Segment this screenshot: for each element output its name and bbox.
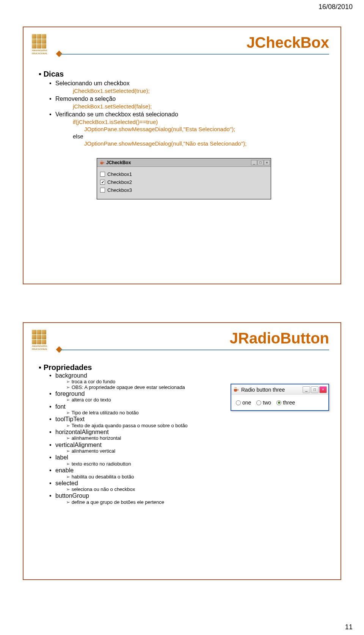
window-screenshot: Radio button three _ □ × one two three	[231, 384, 329, 411]
logo-text-1: ANHANGUERA	[32, 345, 51, 347]
prop-desc: alinhamento horizontal	[66, 436, 329, 441]
checkbox-label: Checkbox3	[107, 187, 132, 193]
slide-content: Dicas Selecionando um checkbox jCheckBox…	[24, 65, 340, 207]
prop-desc: Tipo de letra utilizado no botão	[66, 410, 329, 415]
coffee-icon	[233, 387, 239, 393]
radio-button[interactable]	[276, 400, 281, 405]
radio-option: three	[276, 400, 295, 406]
prop-name: toolTipText	[49, 416, 329, 423]
prop-desc: seleciona ou não o checkbox	[66, 487, 329, 492]
minimize-icon[interactable]: _	[251, 160, 257, 165]
logo: ANHANGUERA EDUCACIONAL	[32, 330, 51, 350]
radio-label: two	[263, 400, 271, 406]
code-line: jCheckBox1.setSelected(false);	[73, 103, 329, 110]
code-line: if(jCheckBox1.isSelected()==true)	[73, 119, 329, 125]
list-item: Removendo a seleção	[49, 96, 329, 102]
checkbox-label: Checkbox1	[107, 171, 132, 177]
window-title: Radio button three	[241, 387, 303, 393]
radio-label: one	[242, 400, 251, 406]
checkbox-row: ✔ Checkbox2	[100, 179, 268, 185]
rule-line	[60, 54, 329, 55]
code-keyword: else	[73, 133, 329, 140]
checkbox[interactable]	[100, 172, 105, 177]
slide-header: ANHANGUERA EDUCACIONAL JRadioButton	[24, 323, 340, 361]
checkbox-row: Checkbox1	[100, 171, 268, 177]
code-line: JOptionPane.showMessageDialog(null,"Esta…	[84, 126, 329, 132]
prop-desc: texto escrito no radiobutton	[66, 461, 329, 467]
logo: ANHANGUERA EDUCACIONAL	[32, 34, 51, 55]
radio-option: one	[236, 400, 251, 406]
list-item: Verificando se um checkbox está selecion…	[49, 111, 329, 118]
slide-header: ANHANGUERA EDUCACIONAL JCheckBox	[24, 27, 340, 65]
minimize-icon[interactable]: _	[303, 386, 310, 393]
code-line: JOptionPane.showMessageDialog(null,"Não …	[84, 140, 329, 147]
window-titlebar: Radio button three _ □ ×	[231, 384, 328, 395]
prop-name: selected	[49, 480, 329, 487]
coffee-icon	[99, 160, 105, 165]
rule-line	[60, 350, 329, 350]
code-line: jCheckBox1.setSelected(true);	[73, 88, 329, 94]
radio-button[interactable]	[256, 400, 261, 405]
prop-name: verticalAlignment	[49, 442, 329, 448]
checkbox-label: Checkbox2	[107, 179, 132, 185]
slide-jcheckbox: ANHANGUERA EDUCACIONAL JCheckBox Dicas S…	[23, 27, 341, 284]
logo-text-2: EDUCACIONAL	[32, 348, 51, 350]
list-item: Selecionando um checkbox	[49, 80, 329, 87]
page-number: 11	[345, 623, 353, 631]
maximize-icon[interactable]: □	[257, 160, 264, 165]
page-date: 16/08/2010	[318, 3, 353, 11]
window-body: one two three	[231, 395, 328, 410]
close-icon[interactable]: ×	[264, 160, 270, 165]
prop-name: horizontalAlignment	[49, 429, 329, 436]
prop-name: buttonGroup	[49, 492, 329, 499]
window-screenshot: JCheckBox _ □ × Checkbox1 ✔ Checkbox2	[97, 158, 271, 199]
radio-label: three	[283, 400, 295, 406]
window-title: JCheckBox	[106, 160, 251, 165]
maximize-icon[interactable]: □	[311, 386, 318, 393]
slide-title: JCheckBox	[24, 34, 340, 51]
checkbox[interactable]	[100, 188, 105, 193]
prop-desc: define a que grupo de botões ele pertenc…	[66, 500, 329, 505]
radio-button[interactable]	[236, 400, 241, 405]
prop-name: background	[49, 372, 329, 379]
checkbox[interactable]: ✔	[100, 180, 105, 185]
slide-jradiobutton: ANHANGUERA EDUCACIONAL JRadioButton Radi…	[23, 322, 341, 580]
window-body: Checkbox1 ✔ Checkbox2 Checkbox3	[97, 167, 271, 199]
section-heading: Propriedades	[39, 363, 329, 372]
prop-name: enable	[49, 467, 329, 474]
section-heading: Dicas	[39, 70, 329, 78]
checkbox-row: Checkbox3	[100, 187, 268, 193]
window-titlebar: JCheckBox _ □ ×	[97, 158, 271, 167]
slide-title: JRadioButton	[24, 330, 340, 347]
prop-desc: alinhamento vertical	[66, 448, 329, 454]
radio-option: two	[256, 400, 271, 406]
logo-text-1: ANHANGUERA	[32, 49, 51, 52]
prop-desc: Texto de ajuda quando passa o mouse sobr…	[66, 423, 329, 428]
logo-text-2: EDUCACIONAL	[32, 52, 51, 55]
close-icon[interactable]: ×	[319, 386, 327, 393]
window-buttons: _ □ ×	[303, 386, 327, 393]
prop-name: label	[49, 454, 329, 461]
window-buttons: _ □ ×	[251, 160, 270, 165]
prop-desc: habilita ou desabilita o botão	[66, 474, 329, 480]
